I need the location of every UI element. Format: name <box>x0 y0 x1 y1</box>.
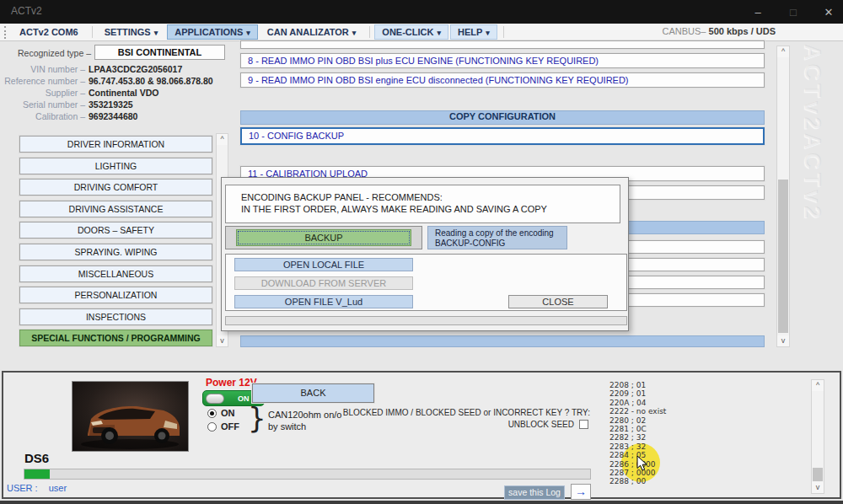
can-on-radio-row: ON <box>207 408 235 418</box>
toggle-knob <box>206 394 224 404</box>
category-inspections[interactable]: INSPECTIONS <box>19 308 212 325</box>
log-line: 2281 ; 0C <box>609 425 666 433</box>
open-local-file-button[interactable]: OPEN LOCAL FILE <box>234 258 413 271</box>
list-item-8[interactable]: 8 - READ IMMO PIN OBD BSI plus ECU ENGIN… <box>240 53 765 68</box>
serial-row: Serial number –353219325 <box>0 99 133 110</box>
actv2-watermark: ACTv2ACTv2 <box>799 44 825 364</box>
user-row: USER : user <box>7 483 67 493</box>
category-list: DRIVER INFORMATION LIGHTING DRIVING COMF… <box>19 136 212 346</box>
category-lighting[interactable]: LIGHTING <box>19 158 212 174</box>
backup-button[interactable]: BACKUP <box>236 229 411 246</box>
chevron-down-icon: ▾ <box>246 29 250 37</box>
scroll-down-icon[interactable]: v <box>777 335 789 346</box>
mouse-cursor-icon <box>636 456 648 475</box>
menu-actv2-com6[interactable]: ACTv2 COM6 <box>12 24 86 40</box>
title-bar: ACTv2 – □ ✕ <box>0 0 843 24</box>
list-item-10-selected[interactable]: 10 - CONFIG BACKUP <box>240 127 765 145</box>
category-personalization[interactable]: PERSONALIZATION <box>19 287 212 303</box>
window-title: ACTv2 <box>11 5 42 17</box>
radio-on[interactable] <box>207 409 217 418</box>
category-spraying-wiping[interactable]: SPRAYING. WIPING <box>19 244 212 260</box>
toolbar-drag-handle-icon <box>4 26 7 39</box>
brace-glyph: } <box>248 401 266 435</box>
scroll-down-icon[interactable]: v <box>217 335 228 346</box>
recognized-type-value: BSI CONTINENTAL <box>94 45 225 60</box>
download-from-server-button[interactable]: DOWNLOAD FROM SERVER <box>234 276 413 290</box>
log-line: 2209 ; 01 <box>609 389 666 398</box>
vehicle-model-label: DS6 <box>24 451 49 465</box>
dialog-message-line1: ENCODING BACKUP PANEL - RECOMMENDS: <box>241 191 620 203</box>
radio-off-label: OFF <box>221 421 239 432</box>
window-controls: – □ ✕ <box>750 0 836 24</box>
unblock-seed-label: UNBLOCK SEED <box>508 420 574 429</box>
category-miscellaneous[interactable]: MISCELLANEOUS <box>19 265 212 282</box>
main-list-scrollbar[interactable]: ^ v <box>776 46 790 347</box>
chevron-down-icon: ▾ <box>437 29 441 37</box>
menu-separator <box>503 26 504 38</box>
log-line: 2282 ; 32 <box>609 433 666 442</box>
open-file-vlud-button[interactable]: OPEN FILE V_Lud <box>234 295 413 308</box>
close-button[interactable]: CLOSE <box>508 295 608 308</box>
canbus-status: CANBUS– 500 kbps / UDS <box>662 26 776 36</box>
app-window: ACTv2 – □ ✕ ACTv2 COM6 SETTINGS▾ APPLICA… <box>0 0 843 504</box>
section-header-bar <box>240 335 765 347</box>
file-actions-box: OPEN LOCAL FILE DOWNLOAD FROM SERVER OPE… <box>225 254 627 311</box>
chevron-down-icon: ▾ <box>486 29 490 37</box>
user-value: user <box>49 483 67 493</box>
chevron-down-icon: ▾ <box>154 29 158 37</box>
menu-bar: ACTv2 COM6 SETTINGS▾ APPLICATIONS▾ CAN A… <box>0 24 843 41</box>
dialog-progress-strip <box>225 316 627 325</box>
category-driving-comfort[interactable]: DRIVING COMFORT <box>19 179 212 196</box>
scrollbar-thumb[interactable] <box>778 180 788 333</box>
list-item-partial[interactable] <box>240 40 765 49</box>
category-driver-information[interactable]: DRIVER INFORMATION <box>19 136 212 153</box>
radio-off[interactable] <box>207 422 217 432</box>
category-driving-assistance[interactable]: DRIVING ASSISTANCE <box>19 201 212 217</box>
scroll-up-icon[interactable]: ^ <box>812 380 824 391</box>
list-item-9[interactable]: 9 - READ IMMO PIN OBD BSI engine ECU dis… <box>240 72 765 88</box>
log-scrollbar[interactable]: ^ v <box>811 379 824 494</box>
unblock-seed-checkbox[interactable] <box>579 420 588 429</box>
backup-note: Reading a copy of the encoding BACKUP-CO… <box>427 226 567 249</box>
menu-applications[interactable]: APPLICATIONS▾ <box>167 24 258 40</box>
calibration-row: Calibration –9692344680 <box>0 111 137 121</box>
log-line: 2222 - no exist <box>609 407 666 416</box>
log-line: 2283 ; 32 <box>609 442 666 451</box>
menu-separator <box>92 26 93 38</box>
scroll-up-icon[interactable]: ^ <box>217 134 228 145</box>
scroll-up-icon[interactable]: ^ <box>777 46 789 57</box>
power-12v-label: Power 12V <box>206 377 257 389</box>
bottom-panel: Power 12V ON ON OFF } CAN120ohm on/o by … <box>2 371 841 499</box>
recognized-type-label: Recognized type – <box>0 48 91 58</box>
dialog-message: ENCODING BACKUP PANEL - RECOMMENDS: IN T… <box>225 185 620 223</box>
minimize-icon[interactable]: – <box>750 6 765 19</box>
dialog-message-line2: IN THE FIRST ORDER, ALWAYS MAKE READING … <box>241 203 620 215</box>
scroll-down-icon[interactable]: v <box>812 482 824 493</box>
encoding-backup-dialog: ENCODING BACKUP PANEL - RECOMMENDS: IN T… <box>221 177 629 331</box>
log-line: 2208 ; 01 <box>609 381 666 389</box>
vehicle-image <box>72 381 189 452</box>
can-off-radio-row: OFF <box>207 421 239 432</box>
backup-button-frame: BACKUP <box>225 226 422 249</box>
save-log-button[interactable]: save this Log <box>504 485 565 500</box>
go-arrow-button[interactable]: → <box>571 484 591 500</box>
menu-help[interactable]: HELP▾ <box>450 24 497 40</box>
log-line: 2280 ; 02 <box>609 416 666 425</box>
scrollbar-thumb[interactable] <box>813 468 823 481</box>
progress-bar-fill <box>24 469 50 479</box>
progress-bar <box>24 469 591 480</box>
chevron-down-icon: ▾ <box>352 29 357 37</box>
radio-on-label: ON <box>221 408 235 418</box>
category-doors-safety[interactable]: DOORS – SAFETY <box>19 222 212 239</box>
back-button[interactable]: BACK <box>252 383 374 403</box>
menu-one-click[interactable]: ONE-CLICK▾ <box>374 24 448 40</box>
car-illustration-icon <box>72 382 188 451</box>
close-icon[interactable]: ✕ <box>821 6 836 19</box>
log-line: 2288 ; 00 <box>609 477 666 485</box>
menu-can-analizator[interactable]: CAN ANALIZATOR▾ <box>260 24 364 40</box>
user-label: USER : <box>7 483 38 493</box>
maximize-icon[interactable]: □ <box>786 6 801 19</box>
category-special-functions[interactable]: SPECIAL FUNCTIONS / PROGRAMMING <box>19 330 212 346</box>
menu-settings[interactable]: SETTINGS▾ <box>97 24 166 40</box>
log-line: 220A ; 04 <box>609 399 666 407</box>
